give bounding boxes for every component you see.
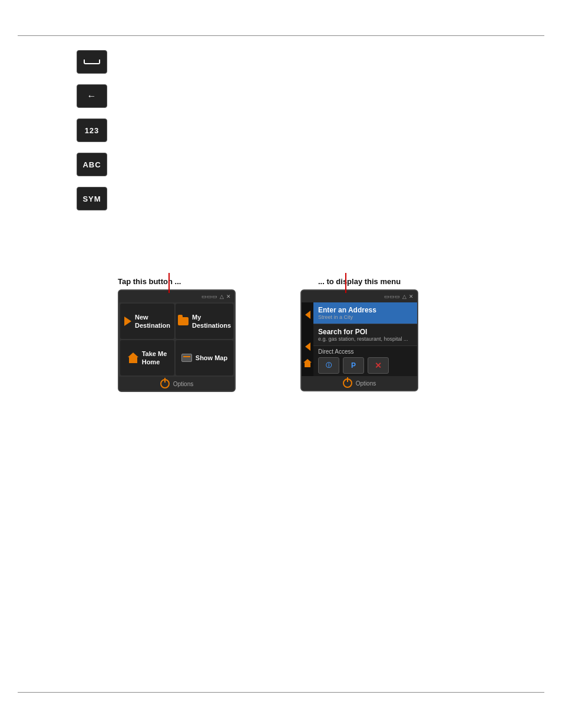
left-options-bar[interactable]: Options: [119, 377, 234, 391]
power-icon-right: [343, 378, 352, 388]
house-icon: [128, 353, 138, 363]
left-demo-block: Tap this button ... ▭▭▭ △ ✕: [118, 277, 236, 392]
show-map-label: Show Map: [196, 354, 227, 362]
demo-section: Tap this button ... ▭▭▭ △ ✕: [118, 277, 418, 392]
space-button[interactable]: [77, 50, 107, 74]
numeric-label: 123: [85, 126, 100, 135]
enter-address-title: Enter an Address: [318, 306, 412, 314]
x-icon-right: ✕: [409, 294, 414, 299]
enter-address-subtitle: Street in a City: [318, 314, 412, 320]
da-close-icon[interactable]: ✕: [368, 357, 389, 374]
left-house-icon: [303, 359, 312, 367]
signal-icon-left: △: [220, 294, 224, 299]
battery-icon-left: ▭▭▭: [201, 294, 217, 299]
nav-buttons-grid: New Destination My Destinations: [119, 302, 234, 377]
arrow-icon: [124, 317, 131, 326]
right-status-bar: ▭▭▭ △ ✕: [302, 291, 417, 302]
top-rule: [18, 35, 544, 36]
da-parking-label: P: [351, 361, 356, 370]
battery-icon-right: ▭▭▭: [384, 294, 400, 299]
menu-content-area: Enter an Address Street in a City Search…: [302, 302, 417, 376]
right-demo-block: ... to display this menu ▭▭▭ △ ✕: [300, 277, 418, 392]
map-icon: [181, 354, 192, 362]
search-poi-title: Search for POI: [318, 328, 412, 336]
backspace-icon: ←: [87, 91, 97, 101]
left-options-label: Options: [173, 381, 193, 387]
da-parking-icon[interactable]: P: [343, 357, 364, 374]
left-demo-label: Tap this button ...: [118, 277, 181, 286]
da-info-icon[interactable]: ⓘ: [318, 357, 339, 374]
right-options-bar[interactable]: Options: [302, 376, 417, 390]
show-map-button[interactable]: Show Map: [176, 340, 233, 375]
menu-items-list: Enter an Address Street in a City Search…: [313, 302, 417, 376]
space-icon: [84, 60, 100, 64]
right-device-wrapper: ▭▭▭ △ ✕: [300, 289, 418, 391]
direct-access-icons-row: ⓘ P ✕: [318, 357, 412, 374]
right-nav-device: ▭▭▭ △ ✕: [300, 289, 418, 391]
search-poi-item[interactable]: Search for POI e.g. gas station, restaur…: [313, 324, 417, 346]
enter-address-item[interactable]: Enter an Address Street in a City: [313, 302, 417, 324]
direct-access-title: Direct Access: [318, 348, 412, 355]
power-icon-left: [160, 379, 170, 388]
bottom-rule: [18, 692, 544, 693]
keyboard-buttons-group: ← 123 ABC SYM: [77, 50, 107, 210]
da-info-label: ⓘ: [326, 361, 332, 370]
left-nav-device: ▭▭▭ △ ✕ New Destination: [118, 289, 236, 392]
new-destination-label: New Destination: [135, 313, 170, 330]
new-destination-button[interactable]: New Destination: [120, 304, 174, 339]
right-pointer-line: [345, 273, 346, 293]
backspace-button[interactable]: ←: [77, 84, 107, 108]
take-me-home-button[interactable]: Take Me Home: [120, 340, 174, 375]
take-me-home-label: Take Me Home: [142, 350, 167, 367]
alpha-label: ABC: [82, 160, 101, 169]
left-status-bar: ▭▭▭ △ ✕: [119, 291, 234, 302]
search-poi-subtitle: e.g. gas station, restaurant, hospital .…: [318, 336, 412, 342]
symbol-label: SYM: [82, 195, 101, 203]
folder-icon: [178, 317, 189, 325]
numeric-button[interactable]: 123: [77, 118, 107, 142]
left-nav-arrow-2: [305, 342, 310, 351]
left-device-wrapper: ▭▭▭ △ ✕ New Destination: [118, 289, 236, 392]
my-destinations-label: My Destinations: [192, 313, 231, 330]
right-options-label: Options: [356, 380, 376, 387]
my-destinations-button[interactable]: My Destinations: [176, 304, 233, 339]
x-icon-left: ✕: [226, 294, 231, 299]
left-arrow-strip: [302, 302, 313, 376]
alpha-button[interactable]: ABC: [77, 153, 107, 176]
left-pointer-line: [168, 273, 170, 293]
da-close-label: ✕: [375, 361, 382, 370]
symbol-button[interactable]: SYM: [77, 187, 107, 210]
direct-access-section: Direct Access ⓘ P ✕: [313, 346, 417, 376]
left-nav-arrow: [305, 311, 310, 319]
right-demo-label: ... to display this menu: [318, 277, 401, 286]
signal-icon-right: △: [402, 294, 406, 299]
